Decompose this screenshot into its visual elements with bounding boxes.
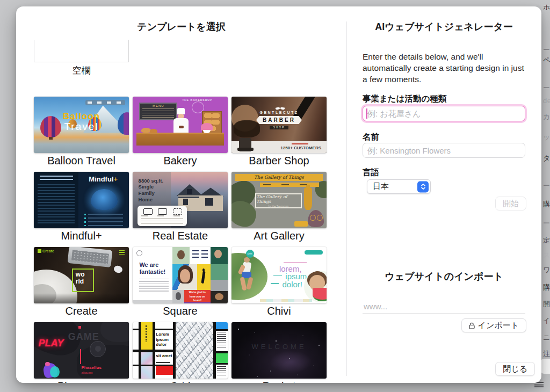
template-label: Real Estate: [133, 229, 228, 242]
background-button-fragment: [540, 359, 550, 374]
world-box: wo rld: [72, 268, 94, 292]
listing-headline: 8800 sq.ft. Single Family Home: [139, 178, 167, 204]
template-thumbnail-grid[interactable]: Lorem ipsum dolor sit amet: [133, 322, 228, 379]
nav-links: [88, 101, 123, 103]
headline-line1: We are: [139, 262, 158, 268]
red-square-dot: [78, 326, 81, 329]
edge-text-fragment: 注意: [543, 349, 550, 359]
gallery-nav: [260, 183, 319, 187]
logo-circle: [136, 250, 142, 256]
language-select[interactable]: 日本: [367, 179, 431, 194]
frame-title: The Gallery of Things: [256, 194, 301, 204]
area-icon: [173, 208, 182, 215]
edge-text-fragment: ッ: [543, 133, 550, 142]
pink-caption-line: [284, 262, 306, 263]
porch-line: [178, 197, 199, 198]
template-thumbnail-real-estate[interactable]: 8800 sq.ft. Single Family Home: [133, 172, 228, 228]
heading-lines: [40, 176, 73, 182]
create-logo: Create: [38, 249, 54, 253]
template-item-chivi: chivi lorem, ipsum dolor! Chivi: [231, 247, 327, 317]
template-label: Playgame: [34, 380, 129, 383]
template-thumbnail-create[interactable]: Create wo rld: [34, 247, 129, 303]
template-item-create: Create wo rld Create: [34, 247, 129, 317]
blank-template-label: 空欄: [34, 64, 129, 77]
bed-icon: [143, 208, 153, 215]
side-text-lines: [217, 366, 227, 376]
name-input[interactable]: [363, 143, 525, 158]
edge-text-fragment: ージ: [543, 181, 550, 191]
template-label: Balloon Travel: [34, 154, 129, 167]
template-thumbnail-mindful[interactable]: Mindful+: [34, 172, 129, 228]
runner-leg: [240, 277, 247, 291]
body-lines: [38, 184, 75, 224]
close-button[interactable]: 閉じる: [495, 362, 535, 376]
caption-red: Phasellus: [82, 365, 102, 370]
icon-captions: [141, 215, 183, 216]
template-thumbnail-art-gallery[interactable]: The Gallery of Things The Gallery of Thi…: [231, 172, 327, 228]
import-section-title: ウェブサイトのインポート: [363, 270, 525, 283]
frame-subtitle: by the Seymours: [269, 205, 289, 208]
import-button[interactable]: インポート: [461, 318, 526, 332]
bottom-vignette: [34, 293, 129, 303]
template-thumbnail-playgame[interactable]: GAME PLAY Phasellus aliquam: [34, 322, 129, 379]
template-label: Mindful+: [34, 229, 129, 242]
footer-chips: [260, 299, 312, 302]
nav-col: [192, 250, 199, 259]
template-item-grid: Lorem ipsum dolor sit amet Grid: [133, 322, 228, 383]
template-thumbnail-chivi[interactable]: chivi lorem, ipsum dolor!: [231, 247, 327, 303]
green-block: [216, 353, 228, 363]
template-thumbnail-rocket[interactable]: WELCOME: [231, 322, 327, 379]
edge-text-fragment: ーシ: [543, 219, 550, 228]
world-word-top: wo: [76, 271, 93, 278]
template-thumbnail-balloon-travel[interactable]: Balloon Travel: [34, 97, 129, 153]
info-card: [138, 206, 187, 226]
mindful-plus: +: [114, 175, 118, 183]
mindful-word: Mindful: [89, 175, 113, 183]
website-url-input[interactable]: [363, 300, 525, 314]
play-word: PLAY: [39, 338, 64, 349]
head: [215, 293, 223, 300]
banner-script-text: The Gallery of Things: [254, 175, 304, 180]
welcome-text: WELCOME: [231, 343, 327, 351]
marble-block: [141, 352, 153, 365]
banner-plate: BARBER: [256, 116, 302, 125]
shop-name: THE BAKERSHOP: [182, 98, 213, 101]
template-thumbnail-square[interactable]: We are fantastic!: [133, 247, 228, 303]
panel-divider: [346, 21, 347, 376]
teal-pill-button: [305, 250, 323, 254]
start-button[interactable]: 開始: [495, 197, 526, 210]
bread-basket: [150, 129, 157, 133]
edge-text-fragment: ホー: [543, 3, 550, 12]
marble-block: [141, 366, 153, 379]
watermelon-slice: [313, 288, 327, 301]
yellow-cell: [197, 264, 211, 290]
gable-window: [187, 189, 193, 195]
business-type-label: 事業または活動の種類: [363, 93, 525, 105]
template-item-square: We are fantastic!: [133, 247, 228, 317]
blank-template-thumbnail[interactable]: [34, 40, 129, 62]
template-item-barber-shop: GENTLECUTZ BARBER SHOP 1250+ CUSTOMERS B…: [231, 97, 327, 167]
thumb-title: Mindful+: [82, 175, 125, 183]
portrait-cell: [172, 290, 184, 303]
green-cell: [211, 264, 228, 280]
business-type-input[interactable]: [363, 106, 525, 121]
figure-silhouette: [201, 271, 206, 284]
window: [205, 198, 214, 206]
head: [176, 292, 182, 300]
head: [214, 250, 222, 258]
hamburger-icon: [119, 250, 125, 255]
ai-generator-description: Enter the details below, and we'll autom…: [363, 51, 525, 85]
paragraph-lines: [139, 279, 169, 292]
nebula: [270, 351, 313, 373]
template-label: Barber Shop: [231, 154, 327, 167]
character-blob: [50, 366, 60, 378]
edge-text-fragment: dex: [543, 97, 550, 105]
template-thumbnail-barber-shop[interactable]: GENTLECUTZ BARBER SHOP 1250+ CUSTOMERS: [231, 97, 327, 153]
brain: [91, 189, 118, 210]
edge-text-fragment: 定エ: [543, 236, 550, 245]
template-thumbnail-bakery[interactable]: THE BAKERSHOP MENU: [133, 97, 228, 153]
edge-text-fragment: 開か: [543, 299, 550, 309]
yellow-bottle: [304, 187, 313, 210]
bullet-dots: [84, 214, 86, 226]
tiny-text-line: [156, 362, 170, 363]
